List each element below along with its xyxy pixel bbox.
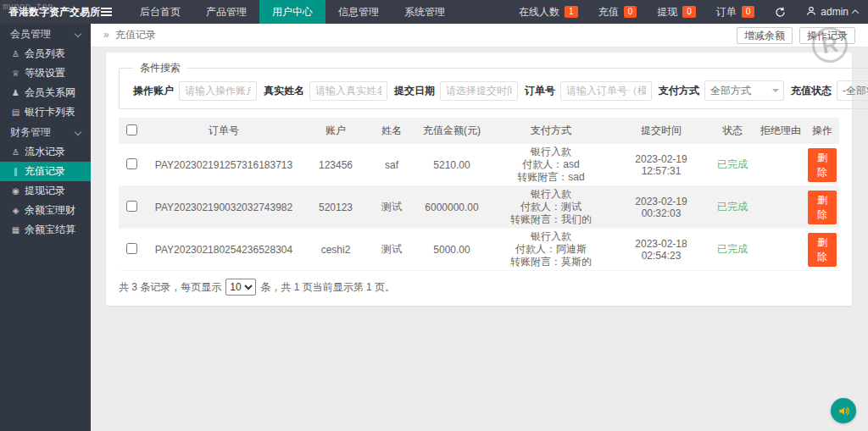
nav-item-3[interactable]: 用户中心 [259, 0, 326, 24]
row-checkbox[interactable] [126, 158, 137, 169]
search-input[interactable] [560, 81, 652, 101]
bank-card-icon: ▤ [10, 102, 21, 122]
select-value: -全部状态- [843, 84, 868, 98]
payment-type: 银行入款 [491, 188, 611, 201]
flow-icon: ♙ [10, 142, 21, 162]
nav-item-4[interactable]: 信息管理 [326, 0, 392, 24]
select-all-checkbox[interactable] [126, 124, 137, 135]
amount-cell: 5210.00 [415, 144, 488, 186]
topbar-stat[interactable]: 提现0 [647, 5, 706, 19]
search-input[interactable] [179, 81, 257, 101]
content-card: 条件搜索 操作账户真实姓名提交日期订单号支付方式全部方式充值状态-全部状态-搜索… [106, 52, 852, 306]
order-number-cell: PAY202302190032032743982 [144, 186, 303, 229]
sidebar-item-label: 充值记录 [25, 165, 65, 177]
topbar-stats: 在线人数1充值0提现0订单0 [509, 5, 765, 19]
pagination: 共 3 条记录，每页显示 10 条，共 1 页当前显示第 1 页。 [119, 279, 839, 296]
table-row: PAY202302190032032743982520123测试6000000.… [119, 186, 839, 229]
search-field-label: 订单号 [525, 84, 555, 98]
speaker-icon [837, 405, 850, 417]
sidebar-item[interactable]: ▦余额宝结算 [0, 220, 91, 240]
header-action-button[interactable]: 操作记录 [799, 27, 855, 44]
per-page-select[interactable]: 10 [225, 279, 256, 296]
gem-icon: ◈ [10, 201, 21, 220]
row-checkbox[interactable] [126, 201, 137, 212]
sidebar-item[interactable]: ∥充值记录 [0, 162, 91, 181]
name-cell: 测试 [368, 186, 415, 229]
payment-payer: 付款人：测试 [491, 201, 611, 213]
status-cell: 已完成 [709, 144, 756, 186]
row-select-cell [119, 186, 144, 229]
menu-toggle-icon[interactable] [91, 0, 122, 24]
sidebar-item-label: 等级设置 [25, 67, 65, 79]
sidebar-item[interactable]: ♟会员关系网 [0, 83, 91, 102]
payment-cell: 银行入款付款人：阿迪斯转账附言：莫斯的 [488, 229, 614, 271]
action-cell: 删除 [805, 229, 839, 271]
column-header: 状态 [709, 118, 756, 144]
topbar-stat[interactable]: 在线人数1 [509, 5, 588, 19]
delete-button[interactable]: 删除 [808, 191, 837, 224]
search-input[interactable] [309, 81, 387, 101]
column-header: 提交时间 [614, 118, 709, 144]
reject-reason-cell [756, 144, 805, 186]
header-action-button[interactable]: 增减余额 [737, 27, 793, 44]
stat-label: 在线人数 [519, 5, 559, 19]
sidebar-item-label: 余额宝结算 [25, 224, 75, 235]
search-form: 操作账户真实姓名提交日期订单号支付方式全部方式充值状态-全部状态-搜索 [126, 80, 868, 101]
delete-button[interactable]: 删除 [808, 233, 837, 267]
reject-reason-cell [756, 186, 805, 229]
search-input[interactable] [440, 81, 518, 101]
sidebar-item[interactable]: ▤银行卡列表 [0, 102, 91, 122]
main-content: » 充值记录 增减余额操作记录 R 条件搜索 操作账户真实姓名提交日期订单号支付… [91, 24, 868, 431]
page-title: 充值记录 [115, 29, 156, 41]
search-select[interactable]: 全部方式 [704, 80, 784, 101]
breadcrumb-symbol: » [103, 29, 109, 41]
search-field-label: 提交日期 [394, 84, 435, 98]
search-field-label: 充值状态 [791, 84, 832, 98]
stat-label: 充值 [598, 5, 619, 19]
account-cell: ceshi2 [303, 229, 368, 271]
status-cell: 已完成 [709, 229, 756, 271]
topbar-stat[interactable]: 订单0 [706, 5, 765, 19]
refresh-icon[interactable] [765, 7, 796, 18]
row-checkbox[interactable] [126, 243, 137, 254]
sidebar-item[interactable]: ◉提现记录 [0, 181, 91, 201]
admin-menu[interactable]: admin [796, 6, 868, 19]
payment-cell: 银行入款付款人：asd转账附言：sad [488, 144, 614, 186]
payment-memo: 转账附言：sad [491, 171, 611, 184]
column-header: 操作 [805, 118, 839, 144]
select-all-header [119, 118, 144, 144]
search-legend: 条件搜索 [133, 61, 187, 75]
column-header: 账户 [303, 118, 368, 144]
delete-button[interactable]: 删除 [808, 148, 837, 182]
sidebar-item-label: 流水记录 [25, 146, 65, 157]
nav-item-2[interactable]: 产品管理 [193, 0, 259, 24]
time-cell: 2023-02-18 02:54:23 [614, 229, 709, 271]
floating-announce-button[interactable] [831, 398, 856, 423]
sidebar-item[interactable]: ♙流水记录 [0, 142, 91, 162]
sidebar-item-label: 会员列表 [25, 47, 65, 59]
records-table: 订单号账户姓名充值金额(元)支付方式提交时间状态拒绝理由操作 PAY202302… [119, 118, 839, 271]
stat-label: 订单 [716, 5, 737, 19]
header-actions: 增减余额操作记录 [737, 27, 855, 44]
sidebar-section-title[interactable]: 财务管理 [0, 122, 91, 142]
payment-memo: 转账附言：我们的 [491, 213, 611, 226]
payment-cell: 银行入款付款人：测试转账附言：我们的 [488, 186, 614, 229]
breadcrumb: » 充值记录 [103, 28, 156, 42]
topbar-stat[interactable]: 充值0 [588, 5, 648, 19]
sidebar-item[interactable]: ♙会员列表 [0, 44, 91, 64]
column-header: 姓名 [368, 118, 415, 144]
sidebar-section-title[interactable]: 会员管理 [0, 24, 91, 44]
sidebar-item[interactable]: ♕等级设置 [0, 64, 91, 83]
app-logo: 香港数字资产交易所 [0, 5, 91, 19]
pagination-prefix: 共 3 条记录，每页显示 [119, 280, 221, 295]
payment-type: 银行入款 [491, 146, 611, 158]
stat-label: 提现 [657, 5, 677, 19]
nav-item-1[interactable]: 后台首页 [127, 0, 193, 24]
nav-item-5[interactable]: 系统管理 [392, 0, 458, 24]
name-cell: saf [368, 144, 415, 186]
search-select[interactable]: -全部状态- [837, 80, 868, 101]
account-cell: 123456 [303, 144, 368, 186]
sidebar-item[interactable]: ◈余额宝理财 [0, 201, 91, 220]
table-row: PAY202302191257316183713123456saf5210.00… [119, 144, 839, 186]
column-header: 支付方式 [488, 118, 614, 144]
